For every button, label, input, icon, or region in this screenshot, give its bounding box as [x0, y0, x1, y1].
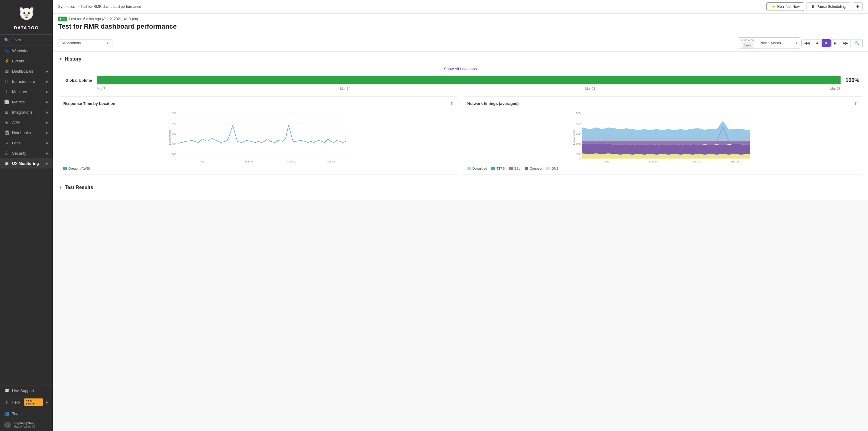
sidebar-item-watchdog[interactable]: 🐾 Watchdog	[0, 45, 53, 56]
help-icon: ?	[4, 400, 9, 404]
settings-button[interactable]: ⚙	[852, 2, 863, 11]
time-select-wrapper: UTC+01:00 1mo Past 1 Month ▼	[738, 37, 800, 49]
legend-connect: Connect	[525, 167, 542, 170]
chart2-title-row: Network timings (averaged) ⬆	[467, 101, 858, 106]
chart1-share-icon[interactable]: ⬆	[450, 101, 454, 106]
svg-text:Mar 28: Mar 28	[731, 160, 739, 163]
pause-scheduling-button[interactable]: ⏸ Pause Scheduling	[807, 2, 850, 11]
monitors-icon: ℹ	[4, 89, 9, 94]
legend-connect-label: Connect	[530, 167, 542, 170]
security-arrow: ▶	[46, 152, 49, 155]
uptime-row: Global Uptime 100%	[59, 76, 862, 84]
team-icon: 👥	[4, 411, 9, 416]
sidebar-item-live-support[interactable]: 💬 Live Support	[0, 386, 53, 396]
location-chevron-icon: ▼	[106, 41, 109, 45]
nav-arrows: ◀◀ ◀ ⏸ ▶ ▶▶	[801, 39, 851, 47]
pause-icon: ⏸	[811, 4, 815, 9]
sidebar-item-security[interactable]: 🛡 Security ▶	[0, 148, 53, 158]
legend-dns-label: DNS	[552, 167, 558, 170]
svg-text:Milliseconds: Milliseconds	[572, 130, 576, 145]
sidebar: DATADOG 🔍 Go to... 🐾 Watchdog ⚡ Events ▦…	[0, 0, 53, 431]
metrics-icon: 📈	[4, 99, 9, 104]
uptime-bar	[97, 76, 841, 84]
apm-arrow: ▶	[46, 121, 49, 124]
sidebar-item-label-help: Help	[12, 400, 20, 404]
utc-label: UTC+01:00	[738, 38, 757, 41]
ux-monitoring-icon: ◉	[4, 161, 9, 166]
legend-ttfb: TTFB	[491, 167, 505, 170]
sidebar-item-help[interactable]: ? Help NEW STUFF ▶	[0, 396, 53, 408]
sidebar-item-user[interactable]: S stephen@hap... Happy Valley IO	[0, 419, 53, 431]
time-next-next-button[interactable]: ▶▶	[840, 39, 851, 47]
sidebar-item-integrations[interactable]: ⊞ Integrations ▶	[0, 107, 53, 117]
chart1-svg: 500 400 300 200 100 0 Mi	[63, 109, 454, 163]
sidebar-item-dashboards[interactable]: ▦ Dashboards ▶	[0, 66, 53, 76]
test-results-header[interactable]: ▼ Test Results	[59, 185, 862, 190]
sidebar-item-label-ux-monitoring: UX Monitoring	[12, 161, 43, 166]
time-pause-button[interactable]: ⏸	[822, 39, 831, 47]
test-results-title: Test Results	[65, 185, 93, 190]
logs-arrow: ▶	[46, 141, 49, 145]
dashboards-icon: ▦	[4, 69, 9, 73]
svg-text:Mar 14: Mar 14	[245, 160, 253, 163]
uptime-dates: Mar 7 Mar 14 Mar 21 Mar 28	[97, 87, 862, 90]
controls-row: All locations ▼ UTC+01:00 1mo Past 1 Mon…	[53, 35, 868, 52]
sidebar-item-metrics[interactable]: 📈 Metrics ▶	[0, 97, 53, 107]
sidebar-item-monitors[interactable]: ℹ Monitors ▶	[0, 87, 53, 97]
svg-text:400: 400	[172, 122, 176, 125]
location-select-value: All locations	[61, 41, 104, 45]
sidebar-item-events[interactable]: ⚡ Events	[0, 56, 53, 66]
last-ran-text: Last ran 6 mins ago (Apr 2, 2021, 4:13 p…	[69, 17, 138, 21]
integrations-icon: ⊞	[4, 110, 9, 115]
time-next-button[interactable]: ▶	[831, 39, 839, 47]
watchdog-icon: 🐾	[4, 48, 9, 53]
topbar-actions: ⚡ Run Test Now ⏸ Pause Scheduling ⚙	[767, 2, 863, 11]
chart2-title: Network timings (averaged)	[467, 101, 519, 106]
uptime-date-2: Mar 14	[340, 87, 350, 90]
test-results-chevron-icon: ▼	[59, 185, 62, 190]
time-prev-button[interactable]: ◀	[813, 39, 821, 47]
uptime-date-1: Mar 7	[97, 87, 105, 90]
sidebar-item-logs[interactable]: ≡ Logs ▶	[0, 138, 53, 148]
sidebar-item-label-metrics: Metrics	[12, 100, 43, 104]
sidebar-logo: DATADOG	[0, 0, 53, 35]
svg-text:0: 0	[579, 157, 581, 160]
legend-ssl-label: SSL	[514, 167, 521, 170]
chart2-svg: 500 400 300 200 100 0 Mi	[467, 109, 858, 163]
sidebar-item-infrastructure[interactable]: ⬡ Infrastructure ▶	[0, 76, 53, 87]
infrastructure-icon: ⬡	[4, 79, 9, 84]
integrations-arrow: ▶	[46, 111, 49, 114]
sidebar-item-team[interactable]: 👥 Team	[0, 408, 53, 419]
search-time-button[interactable]: 🔍	[852, 39, 863, 47]
datadog-logo-icon	[18, 5, 36, 24]
brand-name: DATADOG	[14, 25, 39, 30]
show-all-locations-link[interactable]: Show All Locations	[59, 67, 862, 71]
svg-text:Mar 7: Mar 7	[604, 160, 612, 163]
sidebar-item-label-team: Team	[12, 411, 49, 416]
sidebar-item-apm[interactable]: ◈ APM ▶	[0, 117, 53, 127]
sidebar-item-ux-monitoring[interactable]: ◉ UX Monitoring ▶	[0, 158, 53, 168]
user-email: stephen@hap...	[14, 421, 37, 425]
status-row: OK Last ran 6 mins ago (Apr 2, 2021, 4:1…	[58, 17, 863, 22]
breadcrumb-separator: >	[76, 4, 79, 9]
time-prev-prev-button[interactable]: ◀◀	[801, 39, 812, 47]
location-select[interactable]: All locations ▼	[58, 39, 113, 47]
uptime-bar-container	[97, 76, 841, 84]
history-section-header[interactable]: ▼ History	[59, 56, 862, 62]
breadcrumb-synthetics-link[interactable]: Synthetics	[58, 4, 75, 9]
time-select[interactable]: Past 1 Month	[757, 39, 793, 47]
sidebar-item-label-events: Events	[12, 59, 49, 63]
sidebar-item-label-watchdog: Watchdog	[12, 49, 49, 53]
sidebar-item-notebooks[interactable]: 📓 Notebooks ▶	[0, 127, 53, 138]
gear-icon: ⚙	[856, 4, 859, 9]
chart2-share-icon[interactable]: ⬆	[854, 101, 858, 106]
monitors-arrow: ▶	[46, 90, 49, 93]
legend-oregon-aws: Oregon (AWS)	[63, 167, 90, 170]
sidebar-item-label-security: Security	[12, 151, 43, 156]
sidebar-search[interactable]: 🔍 Go to...	[0, 35, 53, 45]
logs-icon: ≡	[4, 141, 9, 145]
svg-text:100: 100	[172, 153, 176, 156]
uptime-date-3: Mar 21	[585, 87, 595, 90]
run-test-button[interactable]: ⚡ Run Test Now	[767, 2, 804, 11]
sidebar-item-label-live-support: Live Support	[12, 389, 49, 393]
